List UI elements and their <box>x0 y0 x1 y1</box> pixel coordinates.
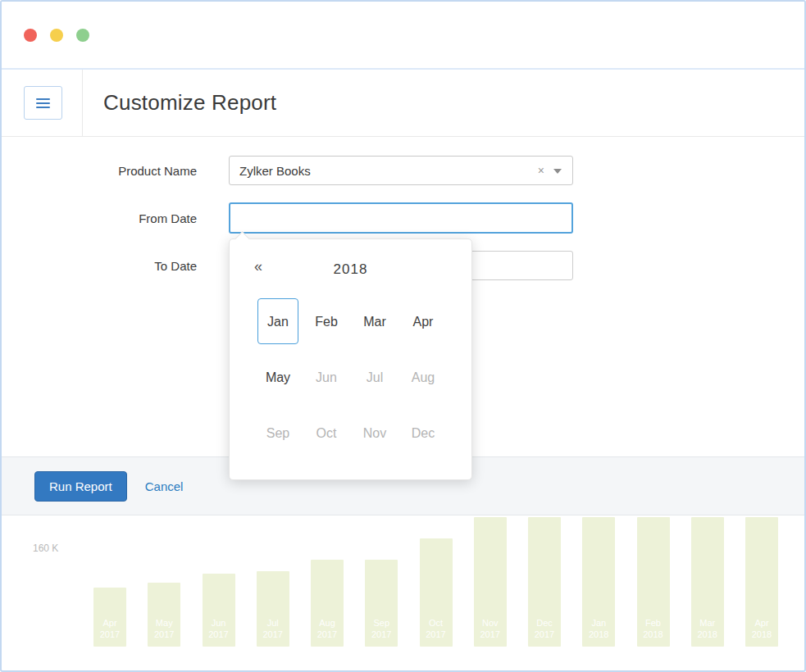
month-cell-jul[interactable]: Jul <box>354 354 395 400</box>
bar-label: Oct2017 <box>420 617 453 647</box>
chart-bar: May2017 <box>148 583 180 647</box>
month-cell-oct[interactable]: Oct <box>306 410 347 456</box>
bar-label: Dec2017 <box>528 617 561 647</box>
header-divider <box>82 70 83 137</box>
chevron-down-icon[interactable] <box>553 169 562 174</box>
y-axis-tick-label: 160 K <box>33 543 58 554</box>
chart-bar: Mar2018 <box>691 517 724 647</box>
month-cell-may[interactable]: May <box>257 354 298 400</box>
chart-bar: Jan2018 <box>582 517 615 647</box>
product-name-value: Zylker Books <box>239 164 311 178</box>
month-cell-jun[interactable]: Jun <box>306 354 347 400</box>
bar-label: Sep2017 <box>365 617 398 647</box>
from-date-label: From Date <box>2 211 197 225</box>
chart-bar: Dec2017 <box>528 517 561 647</box>
previous-year-icon[interactable]: « <box>254 259 262 274</box>
bar-label: Jan2018 <box>582 617 615 647</box>
customize-form: Product Name Zylker Books × From Date To… <box>2 137 804 456</box>
menu-button[interactable] <box>24 86 62 120</box>
close-window-button[interactable] <box>24 29 37 42</box>
month-grid: JanFebMarAprMayJunJulAugSepOctNovDec <box>230 298 471 456</box>
bar-label: Jun2017 <box>203 617 235 647</box>
bar-label: Apr2018 <box>745 617 778 647</box>
chart-bar: Feb2018 <box>637 517 670 647</box>
chart-bar: Aug2017 <box>311 560 344 647</box>
month-cell-aug[interactable]: Aug <box>403 354 444 400</box>
bar-label: Nov2017 <box>474 617 507 647</box>
chart-bar: Oct2017 <box>420 538 453 647</box>
bar-label: May2017 <box>148 617 180 647</box>
chart-bar: Jul2017 <box>257 571 289 647</box>
run-report-button[interactable]: Run Report <box>34 471 127 502</box>
chart-bar: Apr2018 <box>745 517 778 647</box>
cancel-button[interactable]: Cancel <box>145 479 184 493</box>
chart-bar: Apr2017 <box>93 588 126 647</box>
year-label: 2018 <box>334 261 368 278</box>
bar-label: Feb2018 <box>637 617 670 647</box>
bar-label: Mar2018 <box>691 617 724 647</box>
titlebar <box>2 2 804 70</box>
chart-bar: Jun2017 <box>203 574 235 647</box>
page-title: Customize Report <box>103 90 276 116</box>
zoom-window-button[interactable] <box>76 29 89 42</box>
bar-label: Aug2017 <box>311 617 344 647</box>
date-picker-popup: « 2018 JanFebMarAprMayJunJulAugSepOctNov… <box>229 238 472 480</box>
clear-selection-icon[interactable]: × <box>538 165 544 176</box>
month-cell-jan[interactable]: Jan <box>257 298 298 344</box>
hamburger-icon <box>36 96 50 111</box>
product-name-row: Product Name Zylker Books × <box>2 156 804 185</box>
month-cell-nov[interactable]: Nov <box>354 410 395 456</box>
product-name-select[interactable]: Zylker Books × <box>229 156 573 185</box>
bar-label: Jul2017 <box>257 617 289 647</box>
product-name-label: Product Name <box>2 164 197 178</box>
chart-bar: Sep2017 <box>365 560 398 647</box>
minimize-window-button[interactable] <box>50 29 63 42</box>
header: Customize Report <box>2 70 804 137</box>
month-cell-apr[interactable]: Apr <box>403 298 444 344</box>
bar-label: Apr2017 <box>93 617 126 647</box>
app-window: Customize Report Product Name Zylker Boo… <box>0 0 806 672</box>
month-cell-dec[interactable]: Dec <box>403 410 444 456</box>
date-picker-header: « 2018 <box>230 239 471 292</box>
report-chart: 160 K Apr2017May2017Jun2017Jul2017Aug201… <box>2 515 804 668</box>
from-date-row: From Date <box>2 202 804 234</box>
chart-bar: Nov2017 <box>474 517 507 647</box>
month-cell-sep[interactable]: Sep <box>257 410 298 456</box>
to-date-label: To Date <box>2 259 197 273</box>
from-date-input[interactable] <box>229 202 573 234</box>
month-cell-feb[interactable]: Feb <box>306 298 347 344</box>
month-cell-mar[interactable]: Mar <box>354 298 395 344</box>
bar-chart: Apr2017May2017Jun2017Jul2017Aug2017Sep20… <box>93 517 778 647</box>
